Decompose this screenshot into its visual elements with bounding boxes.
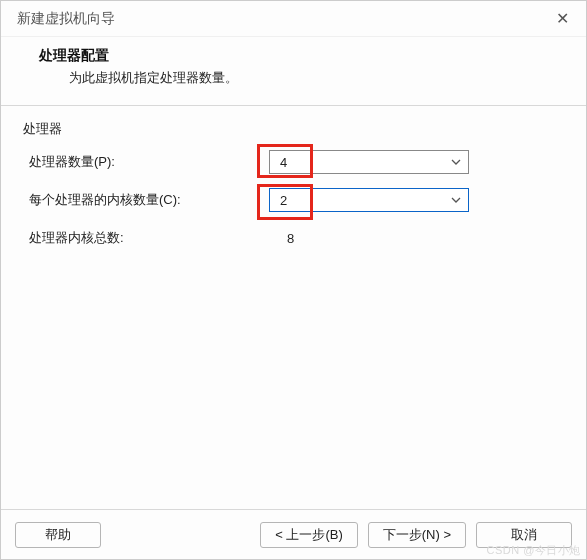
- wizard-body: 处理器 处理器数量(P): 4 每个处理器的内核数量(C): 2: [1, 106, 586, 509]
- label-processor-count: 处理器数量(P):: [23, 153, 269, 171]
- back-button[interactable]: < 上一步(B): [260, 522, 358, 548]
- titlebar: 新建虚拟机向导 ✕: [1, 1, 586, 37]
- row-processor-count: 处理器数量(P): 4: [23, 148, 564, 176]
- page-subtitle: 为此虚拟机指定处理器数量。: [39, 69, 560, 87]
- close-icon[interactable]: ✕: [548, 9, 576, 28]
- wizard-footer: 帮助 < 上一步(B) 下一步(N) > 取消: [1, 509, 586, 559]
- select-cores-per-processor[interactable]: 2: [269, 188, 469, 212]
- window-title: 新建虚拟机向导: [17, 10, 115, 28]
- group-label-processors: 处理器: [23, 120, 564, 138]
- select-cores-per-processor-value: 2: [280, 193, 287, 208]
- cancel-button[interactable]: 取消: [476, 522, 572, 548]
- label-cores-per-processor: 每个处理器的内核数量(C):: [23, 191, 269, 209]
- help-button[interactable]: 帮助: [15, 522, 101, 548]
- page-title: 处理器配置: [39, 47, 560, 65]
- label-total-cores: 处理器内核总数:: [23, 229, 269, 247]
- next-button[interactable]: 下一步(N) >: [368, 522, 466, 548]
- wizard-window: 新建虚拟机向导 ✕ 处理器配置 为此虚拟机指定处理器数量。 处理器 处理器数量(…: [0, 0, 587, 560]
- row-cores-per-processor: 每个处理器的内核数量(C): 2: [23, 186, 564, 214]
- select-processor-count-value: 4: [280, 155, 287, 170]
- value-total-cores: 8: [269, 231, 294, 246]
- select-processor-count[interactable]: 4: [269, 150, 469, 174]
- row-total-cores: 处理器内核总数: 8: [23, 224, 564, 252]
- wizard-header: 处理器配置 为此虚拟机指定处理器数量。: [1, 37, 586, 106]
